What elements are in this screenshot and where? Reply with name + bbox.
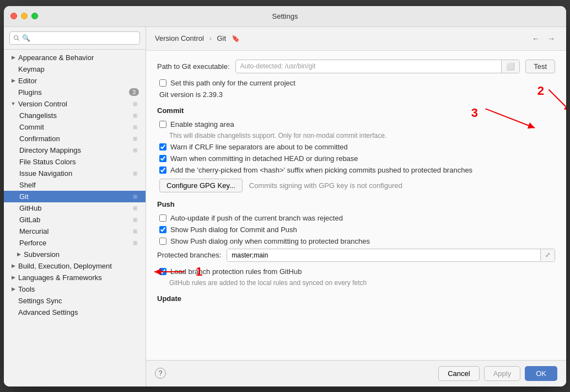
warn-crlf-row: Warn if CRLF line separators are about t… — [157, 143, 555, 151]
sidebar-item-github[interactable]: GitHub ⊞ — [4, 202, 146, 214]
sidebar-item-label: Advanced Settings — [18, 308, 139, 316]
breadcrumb-part1: Version Control — [155, 34, 204, 42]
sidebar-item-label: File Status Colors — [19, 158, 139, 166]
auto-update-checkbox[interactable] — [159, 214, 166, 222]
chevron-icon: ▶ — [10, 275, 16, 280]
apply-button[interactable]: Apply — [484, 366, 521, 381]
sidebar-item-plugins[interactable]: ▶ Plugins 3 — [4, 87, 146, 98]
push-section-title: Push — [157, 200, 555, 208]
cancel-button[interactable]: Cancel — [438, 366, 479, 381]
sidebar-item-perforce[interactable]: Perforce ⊞ — [4, 237, 146, 249]
add-cherry-checkbox[interactable] — [159, 167, 166, 174]
sidebar-item-label: Languages & Frameworks — [18, 273, 139, 282]
sidebar-item-advanced-settings[interactable]: ▶ Advanced Settings — [4, 307, 146, 318]
breadcrumb-part2: Git — [217, 34, 226, 42]
auto-update-label: Auto-update if push of the current branc… — [170, 214, 343, 222]
show-push-dialog-checkbox[interactable] — [159, 226, 166, 233]
show-push-protected-label: Show Push dialog only when committing to… — [170, 237, 370, 245]
warn-crlf-checkbox[interactable] — [159, 143, 166, 151]
path-input-wrap: ⬜ — [235, 60, 520, 73]
sidebar-item-label: Commit — [19, 123, 129, 131]
sidebar-item-build[interactable]: ▶ Build, Execution, Deployment — [4, 260, 146, 272]
test-button[interactable]: Test — [525, 60, 555, 73]
sidebar-item-settings-sync[interactable]: ▶ Settings Sync — [4, 295, 146, 307]
forward-arrow[interactable]: → — [545, 33, 557, 45]
main-content: ▶ Appearance & Behavior ▶ Keymap ▶ Edito… — [4, 27, 566, 386]
main-body: Path to Git executable: ⬜ Test Set this … — [146, 51, 566, 360]
icon: ⊞ — [131, 239, 139, 246]
sidebar-item-editor[interactable]: ▶ Editor — [4, 75, 146, 87]
sidebar-item-keymap[interactable]: ▶ Keymap — [4, 63, 146, 75]
enable-staging-label: Enable staging area — [170, 120, 234, 128]
set-path-checkbox[interactable] — [159, 79, 166, 87]
sidebar-item-commit[interactable]: Commit ⊞ — [4, 121, 146, 133]
sidebar-item-appearance[interactable]: ▶ Appearance & Behavior — [4, 52, 146, 63]
sidebar-item-label: Editor — [18, 77, 139, 85]
sidebar-item-subversion[interactable]: ▶ Subversion — [4, 249, 146, 260]
show-push-dialog-row: Show Push dialog for Commit and Push — [157, 225, 555, 234]
bookmark-icon: 🔖 — [232, 35, 240, 42]
show-push-protected-checkbox[interactable] — [159, 238, 166, 245]
sidebar-item-label: Directory Mappings — [19, 146, 129, 154]
maximize-button[interactable] — [31, 13, 38, 19]
sidebar-item-tools[interactable]: ▶ Tools — [4, 283, 146, 295]
back-arrow[interactable]: ← — [530, 33, 542, 45]
nav-arrows: ← → — [530, 33, 557, 45]
configure-gpg-button[interactable]: Configure GPG Key... — [159, 179, 243, 192]
protected-branches-label: Protected branches: — [157, 251, 221, 259]
chevron-icon: ▶ — [16, 251, 21, 257]
load-branch-protection-checkbox[interactable] — [159, 268, 166, 275]
minimize-button[interactable] — [21, 13, 28, 19]
protected-branches-input[interactable] — [227, 249, 540, 261]
search-input[interactable] — [9, 31, 140, 45]
git-version: Git version is 2.39.3 — [157, 90, 555, 99]
protected-branches-expand-button[interactable]: ⤢ — [540, 249, 555, 261]
ok-button[interactable]: OK — [525, 366, 557, 381]
sidebar-item-shelf[interactable]: Shelf — [4, 179, 146, 191]
show-push-dialog-label: Show Push dialog for Commit and Push — [170, 225, 297, 234]
commit-section-title: Commit — [157, 106, 555, 115]
sidebar-item-git[interactable]: Git ⊞ — [4, 191, 146, 202]
sidebar-item-gitlab[interactable]: GitLab ⊞ — [4, 214, 146, 225]
load-branch-protection-note: GitHub rules are added to the local rule… — [169, 279, 555, 287]
main-header: Version Control › Git 🔖 ← → — [146, 27, 566, 51]
help-button[interactable]: ? — [155, 368, 166, 379]
sidebar-item-label: Build, Execution, Deployment — [18, 262, 139, 270]
path-label: Path to Git executable: — [157, 62, 230, 71]
sidebar-item-mercurial[interactable]: Mercurial ⊞ — [4, 225, 146, 237]
path-browse-button[interactable]: ⬜ — [501, 60, 519, 73]
sidebar-item-issue-navigation[interactable]: Issue Navigation ⊞ — [4, 168, 146, 179]
breadcrumb-separator: › — [209, 34, 212, 42]
warn-detached-checkbox[interactable] — [159, 155, 166, 162]
path-input[interactable] — [236, 60, 502, 72]
sidebar-item-directory-mappings[interactable]: Directory Mappings ⊞ — [4, 144, 146, 156]
auto-update-row: Auto-update if push of the current branc… — [157, 214, 555, 222]
icon: ⊞ — [131, 204, 139, 212]
icon: ⊞ — [131, 135, 139, 142]
warn-detached-row: Warn when committing in detached HEAD or… — [157, 154, 555, 163]
enable-staging-checkbox[interactable] — [159, 121, 166, 128]
footer-buttons: Cancel Apply OK — [438, 366, 557, 381]
sidebar-item-confirmation[interactable]: Confirmation ⊞ — [4, 133, 146, 144]
add-cherry-label: Add the 'cherry-picked from <hash>' suff… — [170, 166, 472, 174]
search-bar — [4, 27, 146, 50]
icon: ⊞ — [131, 111, 139, 119]
warn-detached-label: Warn when committing in detached HEAD or… — [170, 154, 358, 163]
update-section-title: Update — [157, 294, 555, 303]
sidebar: ▶ Appearance & Behavior ▶ Keymap ▶ Edito… — [4, 27, 146, 386]
load-branch-protection-row: Load branch protection rules from GitHub — [157, 267, 555, 276]
titlebar: Settings — [4, 6, 566, 27]
icon: ⊞ — [131, 192, 139, 200]
configure-gpg-row: Configure GPG Key... Commits signing wit… — [159, 179, 555, 192]
sidebar-item-label: GitLab — [19, 216, 129, 224]
sidebar-item-version-control[interactable]: ▼ Version Control ⊞ — [4, 98, 146, 110]
close-button[interactable] — [10, 13, 17, 19]
sidebar-item-languages[interactable]: ▶ Languages & Frameworks — [4, 272, 146, 283]
footer: ? Cancel Apply OK — [146, 360, 566, 386]
sidebar-item-file-status-colors[interactable]: File Status Colors — [4, 156, 146, 168]
sidebar-item-changelists[interactable]: Changelists ⊞ — [4, 110, 146, 121]
sidebar-item-label: Mercurial — [19, 227, 129, 235]
window-title: Settings — [272, 12, 298, 20]
chevron-icon: ▶ — [10, 55, 16, 60]
sidebar-item-label: Appearance & Behavior — [18, 53, 139, 62]
